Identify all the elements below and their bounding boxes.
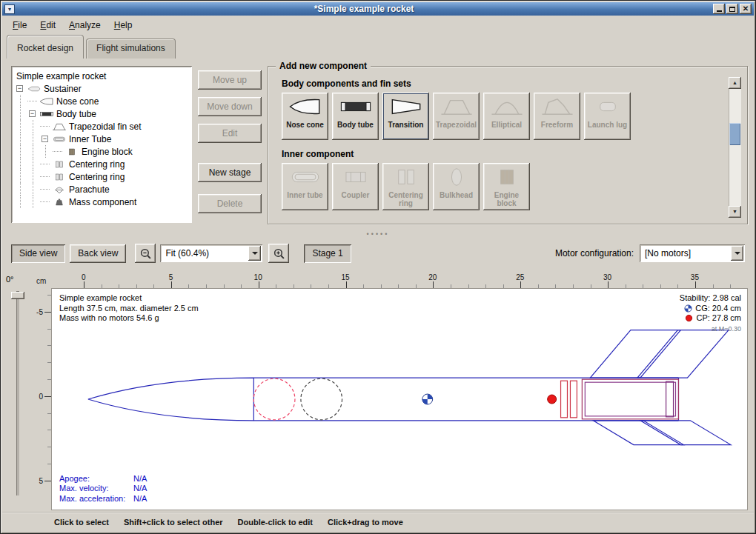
ruler-number: 0 (82, 273, 86, 281)
minimize-button[interactable] (713, 4, 725, 14)
tree-guide (27, 158, 40, 170)
parachute-outline[interactable] (253, 378, 295, 420)
inner-component-label: Inner component (282, 149, 747, 159)
tree-item-centering-ring[interactable]: Centering ring (15, 170, 190, 183)
rocket-canvas[interactable]: Simple example rocket Length 37.5 cm, ma… (51, 288, 748, 510)
menu-analyze[interactable]: Analyze (63, 18, 107, 33)
tree-expander-icon[interactable]: − (16, 85, 23, 92)
tree-connector (53, 151, 62, 152)
add-body-tube-button[interactable]: Body tube (332, 93, 379, 140)
scrollbar-thumb[interactable] (729, 123, 740, 145)
rotation-slider[interactable] (16, 291, 19, 495)
centering-ring-outline[interactable] (570, 381, 577, 418)
menu-file[interactable]: File (7, 18, 33, 33)
tree-item-rocket-root[interactable]: Simple example rocket (15, 70, 190, 82)
close-icon: ✕ (743, 5, 749, 13)
tree-item-centering-ring[interactable]: Centering ring (15, 158, 190, 170)
inner-components[interactable] (253, 378, 678, 420)
tree-guide (15, 120, 27, 133)
tab-strip: Rocket designFlight simulations (2, 34, 754, 59)
chevron-down-icon[interactable] (248, 246, 261, 261)
cp-icon (685, 314, 693, 322)
chevron-down-icon[interactable] (731, 246, 743, 261)
rotation-slider-handle[interactable] (11, 292, 24, 299)
zoom-in-icon (273, 247, 285, 260)
fin-lower-2[interactable] (640, 421, 731, 445)
fin-lower-1[interactable] (593, 421, 683, 445)
tab-rocket-design[interactable]: Rocket design (7, 35, 84, 59)
tree-item-mass-component[interactable]: Mass component (15, 196, 190, 208)
inner-tube-inner-outline[interactable] (585, 382, 675, 416)
tree-item-nose-cone[interactable]: Nose cone (15, 95, 190, 107)
component-tree[interactable]: Simple example rocket −SustainerNose con… (11, 66, 192, 223)
zoom-out-button[interactable] (135, 244, 156, 263)
motor-configuration-select[interactable]: [No motors] (640, 244, 745, 262)
tree-expander-icon[interactable]: − (29, 110, 36, 117)
edit-button: Edit (198, 124, 262, 143)
tree-item-trapezoidal-fin-set[interactable]: Trapezoidal fin set (15, 120, 190, 133)
motor-configuration-value: [No motors] (640, 248, 729, 258)
add-transition-button[interactable]: Transition (382, 93, 429, 140)
close-button[interactable]: ✕ (740, 4, 752, 14)
tree-item-inner-tube[interactable]: −Inner Tube (15, 133, 190, 145)
tree-item-sustainer[interactable]: −Sustainer (15, 82, 190, 95)
status-hint: Click+drag to move (328, 518, 403, 527)
vertical-ruler: -505 (35, 288, 51, 510)
rocket-body-outline[interactable] (88, 330, 731, 445)
inner-tube-outline[interactable] (582, 379, 678, 419)
ruler-number: 35 (691, 273, 699, 281)
launch-lug-icon (591, 96, 625, 120)
ruler-tick (44, 481, 51, 481)
zoom-in-button[interactable] (268, 244, 289, 263)
add-nose-cone-button[interactable]: Nose cone (282, 93, 328, 140)
fin-set-icon (51, 122, 67, 131)
scroll-up-icon[interactable]: ▲ (729, 77, 741, 89)
sim-result-row: Apogee:N/A (59, 474, 147, 484)
component-button-label: Centering ring (382, 191, 429, 207)
splitter-handle[interactable] (1, 230, 755, 239)
fin-upper-2[interactable] (637, 330, 729, 378)
cg-marker (422, 394, 433, 404)
tree-guide (15, 145, 27, 158)
tree-item-label: Centering ring (69, 159, 125, 170)
menu-help[interactable]: Help (108, 18, 139, 33)
stage-1-toggle[interactable]: Stage 1 (304, 244, 351, 263)
component-button-label: Elliptical (491, 121, 523, 129)
centering-ring-outline[interactable] (561, 381, 568, 418)
tree-item-engine-block[interactable]: Engine block (15, 145, 190, 158)
tree-item-label: Engine block (82, 147, 133, 157)
tree-guide (15, 107, 27, 120)
delete-button: Delete (198, 194, 262, 213)
tab-flight-simulations[interactable]: Flight simulations (86, 39, 176, 59)
engine-block-outline[interactable] (666, 381, 674, 417)
ruler-number: 0 (39, 393, 43, 401)
mach-note: at M=0.30 (680, 324, 741, 335)
body-components-label: Body components and fin sets (282, 79, 747, 89)
ruler-tick (346, 281, 347, 288)
maximize-button[interactable] (726, 4, 738, 14)
rocket-stage-icon (26, 84, 42, 93)
inner-tube-icon (51, 135, 67, 144)
menu-edit[interactable]: Edit (34, 18, 62, 33)
tree-expander-icon[interactable]: − (42, 136, 48, 142)
tree-root-label: Simple example rocket (16, 71, 106, 81)
window-menu-icon[interactable]: ▾ (4, 4, 15, 14)
mass-component-outline[interactable] (301, 378, 342, 420)
back-view-button[interactable]: Back view (70, 244, 126, 263)
component-button-label: Inner tube (286, 191, 323, 199)
tree-item-parachute[interactable]: Parachute (15, 183, 190, 196)
tree-guide (15, 170, 27, 183)
rocket-name: Simple example rocket (59, 293, 199, 304)
side-view-button[interactable]: Side view (11, 244, 65, 263)
component-panel-scrollbar[interactable]: ▲ ▼ (729, 77, 741, 218)
zoom-level-select[interactable]: Fit (60.4%) (160, 244, 262, 262)
tree-connector (27, 101, 37, 101)
new-stage-button[interactable]: New stage (198, 163, 262, 182)
transition-icon (389, 96, 423, 120)
ruler-tick (171, 281, 172, 288)
scroll-down-icon[interactable]: ▼ (729, 206, 741, 218)
motor-configuration-label: Motor configuration: (555, 248, 634, 258)
tree-item-body-tube[interactable]: −Body tube (15, 107, 190, 120)
fin-upper-1[interactable] (590, 330, 680, 378)
sim-result-label: Max. velocity: (59, 484, 133, 494)
